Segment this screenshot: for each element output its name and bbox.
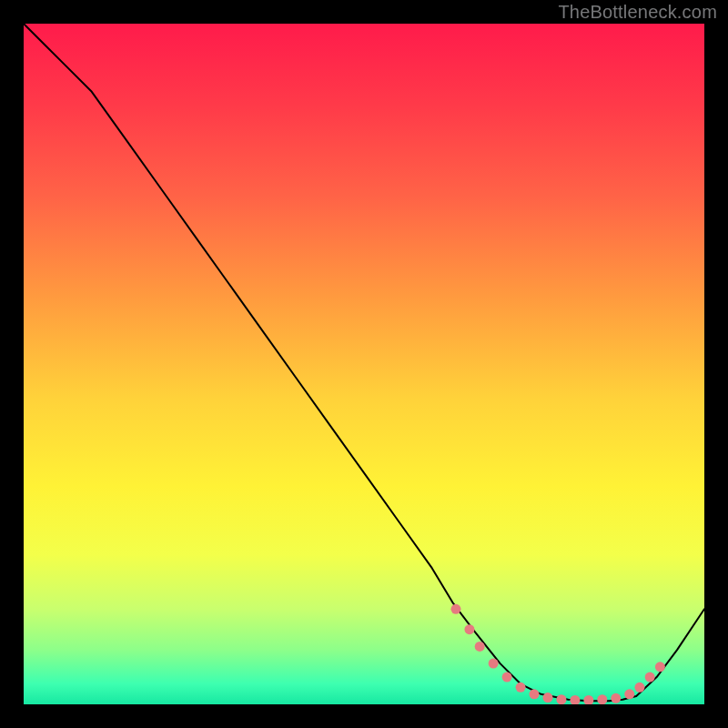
data-point (475, 642, 485, 652)
data-point (464, 624, 474, 634)
data-point (502, 672, 512, 682)
data-point (530, 689, 540, 699)
data-point (634, 682, 644, 693)
data-point (624, 689, 634, 699)
data-point (597, 694, 607, 704)
data-point (450, 604, 460, 614)
attribution-label: TheBottleneck.com (558, 2, 717, 23)
chart-svg (24, 24, 704, 704)
data-point (489, 659, 499, 669)
plot-area (24, 24, 704, 704)
data-point (516, 682, 526, 693)
data-point (611, 693, 621, 703)
chart-stage: TheBottleneck.com (0, 0, 728, 728)
gradient-background (24, 24, 704, 704)
data-point (542, 693, 552, 703)
data-point (645, 672, 655, 682)
data-point (556, 694, 566, 704)
data-point (655, 662, 665, 672)
